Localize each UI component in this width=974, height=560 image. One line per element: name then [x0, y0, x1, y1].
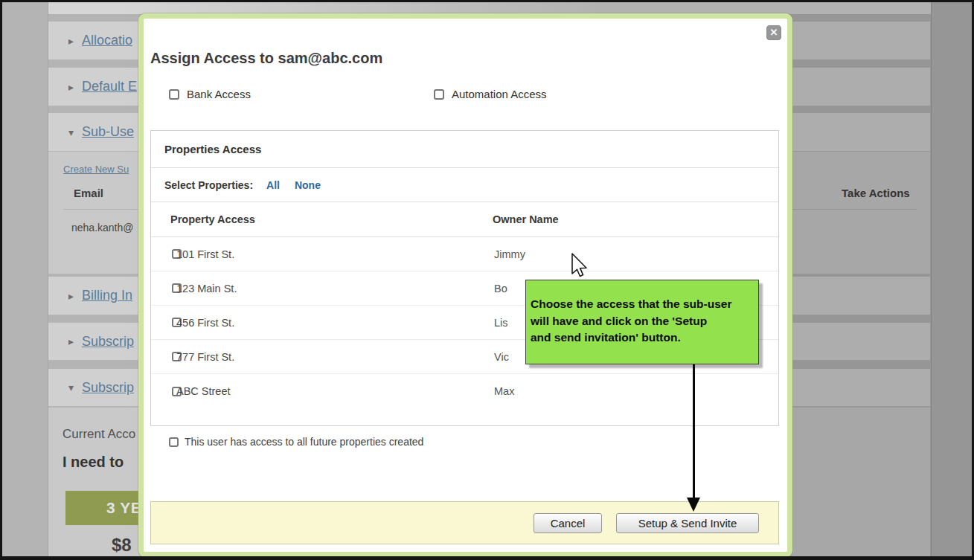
- dialog-footer: Cancel Setup & Send Invite: [150, 501, 779, 544]
- table-row: ABC Street Max: [151, 374, 778, 408]
- create-new-subuser-link[interactable]: Create New Su: [63, 164, 129, 175]
- future-properties-option: This user has access to all future prope…: [169, 436, 423, 448]
- property-name: 123 Main St.: [172, 283, 494, 295]
- table-row: 101 First St. Jimmy: [151, 237, 778, 271]
- accordion-link-subscription-1[interactable]: Subscrip: [82, 334, 134, 350]
- subuser-email-cell: neha.kanth@: [71, 222, 134, 234]
- take-actions-column-header: Take Actions: [842, 187, 910, 199]
- bank-access-label: Bank Access: [187, 88, 251, 100]
- email-column-header: Email: [74, 187, 103, 199]
- setup-send-invite-button[interactable]: Setup & Send Invite: [616, 513, 759, 533]
- plan-card-header-label: 3 YE: [106, 499, 141, 517]
- screenshot-root: ▸ Allocatio ▸ Default E ▾ Sub-Use Create…: [0, 0, 974, 560]
- properties-access-panel: Properties Access Select Properties: All…: [150, 130, 779, 426]
- dialog-title: Assign Access to sam@abc.com: [150, 50, 382, 67]
- callout-arrow-head-icon: [687, 498, 700, 512]
- property-name: 777 First St.: [172, 351, 494, 363]
- plan-price-text: $8: [112, 535, 132, 556]
- caret-right-icon: ▸: [68, 336, 82, 347]
- properties-access-title: Properties Access: [151, 131, 778, 168]
- select-none-link[interactable]: None: [295, 179, 321, 191]
- close-icon[interactable]: ✕: [766, 25, 781, 40]
- owner-name: Bo: [494, 283, 507, 295]
- accordion-link-subusers[interactable]: Sub-Use: [82, 124, 134, 140]
- caret-right-icon: ▸: [68, 82, 82, 92]
- property-name: 456 First St.: [172, 317, 494, 329]
- callout-line-1: Choose the access that the sub-user: [531, 296, 754, 313]
- select-all-link[interactable]: All: [266, 179, 280, 191]
- select-properties-label: Select Properties:: [164, 179, 253, 191]
- callout-arrow-line: [693, 364, 695, 499]
- caret-right-icon: ▸: [68, 36, 82, 46]
- content-left-border: [48, 2, 48, 556]
- properties-table-header: Property Access Owner Name: [151, 202, 778, 237]
- automation-access-checkbox[interactable]: [434, 89, 444, 100]
- owner-name: Max: [494, 385, 514, 397]
- future-properties-label: This user has access to all future prope…: [185, 436, 423, 448]
- bank-access-checkbox[interactable]: [169, 89, 179, 100]
- select-properties-row: Select Properties: All None: [151, 168, 778, 202]
- accordion-link-subscription-2[interactable]: Subscrip: [82, 380, 134, 396]
- accordion-link-allocation[interactable]: Allocatio: [82, 33, 132, 48]
- subscription-heading: I need to: [63, 454, 124, 471]
- caret-down-icon: ▾: [68, 382, 82, 393]
- content-right-border: [931, 2, 932, 556]
- instruction-callout: Choose the access that the sub-user will…: [525, 280, 759, 364]
- owner-name: Jimmy: [494, 248, 525, 260]
- accordion-link-default[interactable]: Default E: [82, 79, 137, 94]
- automation-access-label: Automation Access: [452, 88, 547, 100]
- automation-access-option: Automation Access: [434, 88, 547, 100]
- current-account-text: Current Acco: [63, 427, 135, 442]
- accordion-link-billing[interactable]: Billing In: [82, 288, 132, 303]
- owner-name: Lis: [494, 317, 508, 329]
- cancel-button[interactable]: Cancel: [534, 513, 602, 533]
- callout-line-3: and send invitation' button.: [531, 329, 754, 347]
- property-name: 101 First St.: [172, 248, 494, 260]
- owner-name-column-header: Owner Name: [493, 213, 559, 225]
- owner-name: Vic: [494, 351, 509, 363]
- caret-right-icon: ▸: [68, 291, 82, 301]
- future-properties-checkbox[interactable]: [169, 437, 179, 447]
- property-access-column-header: Property Access: [151, 213, 493, 225]
- caret-down-icon: ▾: [68, 127, 82, 138]
- mouse-cursor-icon: [571, 253, 590, 281]
- callout-line-2: will have and click on the 'Setup: [531, 313, 754, 330]
- bank-access-option: Bank Access: [169, 88, 251, 100]
- property-name: ABC Street: [172, 385, 494, 397]
